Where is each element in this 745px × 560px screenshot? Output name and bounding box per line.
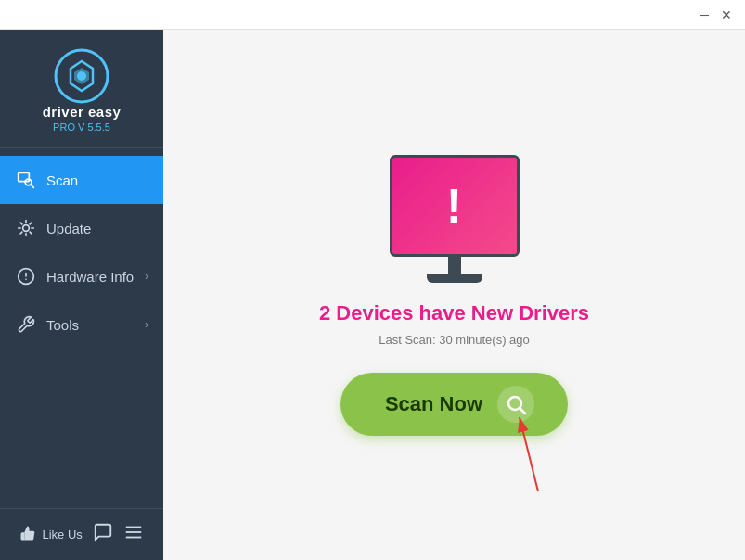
tools-label: Tools [46, 317, 145, 333]
sidebar: driver easy PRO V 5.5.5 Scan [0, 30, 163, 560]
scan-now-label: Scan Now [385, 392, 482, 416]
tools-icon [15, 313, 37, 336]
update-label: Update [46, 221, 148, 236]
hardware-icon [15, 265, 37, 287]
monitor-stand-neck [448, 257, 461, 274]
sidebar-item-scan[interactable]: Scan [0, 156, 163, 204]
sidebar-nav: Scan Update [0, 148, 163, 508]
thumbs-up-icon [19, 525, 36, 544]
hardware-info-arrow-icon: › [145, 270, 148, 283]
monitor-screen: ! [390, 155, 520, 257]
sidebar-item-hardware-info[interactable]: Hardware Info › [0, 252, 163, 300]
like-us-label: Like Us [42, 528, 82, 541]
svg-point-8 [25, 279, 27, 281]
minimize-button[interactable]: ─ [693, 4, 715, 26]
hardware-info-label: Hardware Info [46, 269, 145, 285]
svg-line-15 [520, 417, 538, 491]
arrow-annotation [510, 408, 566, 504]
app-logo-icon [54, 48, 109, 104]
svg-rect-2 [19, 173, 30, 182]
sidebar-item-update[interactable]: Update [0, 204, 163, 252]
svg-line-4 [31, 185, 33, 187]
monitor-illustration: ! [390, 155, 520, 283]
main-content: ! 2 Devices have New Drivers Last Scan: … [163, 30, 745, 560]
sidebar-logo: driver easy PRO V 5.5.5 [0, 30, 163, 148]
close-button[interactable]: ✕ [715, 4, 738, 26]
monitor-stand-base [427, 274, 482, 283]
title-bar: ─ ✕ [0, 0, 745, 30]
chat-icon[interactable] [93, 522, 113, 547]
svg-point-5 [23, 225, 30, 232]
menu-icon[interactable] [123, 522, 144, 547]
app-name: driver easy [43, 104, 122, 120]
svg-point-1 [77, 71, 86, 81]
tools-arrow-icon: › [145, 318, 148, 331]
status-subtitle: Last Scan: 30 minute(s) ago [379, 333, 530, 347]
sidebar-item-tools[interactable]: Tools › [0, 300, 163, 349]
exclamation-icon: ! [446, 182, 462, 230]
scan-icon [15, 169, 37, 191]
sidebar-footer: Like Us [0, 508, 163, 560]
status-title: 2 Devices have New Drivers [319, 301, 589, 325]
monitor-display: ! [392, 158, 517, 254]
update-icon [15, 217, 37, 239]
scan-label: Scan [46, 172, 148, 188]
like-us-button[interactable]: Like Us [19, 525, 82, 544]
app-version: PRO V 5.5.5 [53, 121, 110, 133]
app-container: driver easy PRO V 5.5.5 Scan [0, 30, 745, 560]
